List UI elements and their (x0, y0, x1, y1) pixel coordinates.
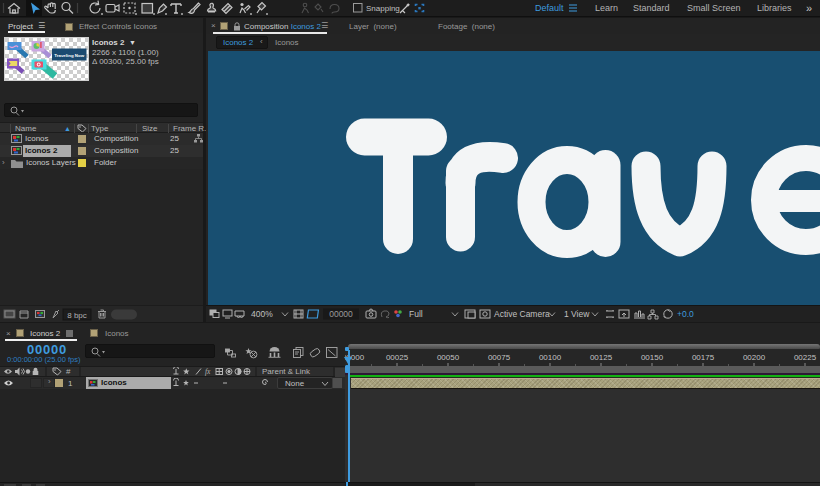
svg-text:00075: 00075 (488, 353, 511, 362)
svg-text:00050: 00050 (437, 353, 460, 362)
svg-text:400%: 400% (251, 309, 273, 319)
svg-text:Active Camera: Active Camera (494, 309, 550, 319)
svg-text:Snapping: Snapping (366, 4, 400, 13)
svg-text:00000: 00000 (329, 309, 353, 319)
svg-text:Learn: Learn (595, 3, 618, 13)
svg-text:00175: 00175 (692, 353, 715, 362)
svg-text:+0.0: +0.0 (677, 309, 694, 319)
svg-text:»: » (806, 2, 812, 14)
svg-text:Libraries: Libraries (757, 3, 792, 13)
svg-text:8 bpc: 8 bpc (67, 311, 87, 320)
svg-text:Traveling Now: Traveling Now (54, 53, 84, 58)
svg-text:Small Screen: Small Screen (687, 3, 741, 13)
svg-text:00150: 00150 (641, 353, 664, 362)
svg-text:Standard: Standard (633, 3, 670, 13)
svg-text:00100: 00100 (539, 353, 562, 362)
svg-text:1 View: 1 View (564, 309, 590, 319)
svg-text:Full: Full (409, 309, 423, 319)
svg-text:Parent & Link: Parent & Link (262, 367, 311, 376)
svg-text:#: # (66, 367, 71, 376)
svg-text:00125: 00125 (590, 353, 613, 362)
svg-text:Default: Default (535, 3, 564, 13)
svg-text:00025: 00025 (386, 353, 409, 362)
svg-text:fx: fx (205, 367, 211, 376)
svg-text:00225: 00225 (794, 353, 817, 362)
svg-text:00200: 00200 (743, 353, 766, 362)
